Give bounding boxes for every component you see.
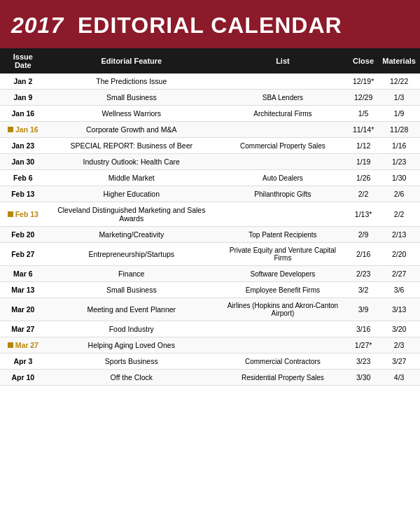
table-row: Jan 16Corporate Growth and M&A11/14*11/2… <box>0 122 420 138</box>
cell-feature: Higher Education <box>46 186 217 202</box>
cell-materials: 3/13 <box>378 298 420 321</box>
date-text: Apr 10 <box>11 373 34 382</box>
cell-list <box>217 74 349 90</box>
cell-materials: 3/6 <box>378 282 420 298</box>
cell-date: Apr 10 <box>0 370 46 386</box>
cell-feature: Sports Business <box>46 354 217 370</box>
cell-date: Mar 6 <box>0 266 46 282</box>
col-list: List <box>217 48 349 74</box>
cell-close: 3/9 <box>349 298 378 321</box>
cell-feature: Helping Aging Loved Ones <box>46 337 217 354</box>
date-text: Jan 16 <box>15 125 38 134</box>
cell-materials: 12/22 <box>378 74 420 90</box>
col-issue-date: Issue Date <box>0 48 46 74</box>
col-close: Close <box>349 48 378 74</box>
date-text: Jan 9 <box>13 93 32 102</box>
gold-indicator <box>8 211 13 217</box>
header-text: EDITORIAL CALENDAR <box>78 13 342 38</box>
cell-list: Residential Property Sales <box>217 370 349 386</box>
cell-materials: 2/3 <box>378 337 420 354</box>
cell-date: Jan 23 <box>0 138 46 154</box>
table-row: Jan 9Small BusinessSBA Lenders12/291/3 <box>0 90 420 106</box>
cell-materials: 2/2 <box>378 202 420 227</box>
cell-date: Jan 16 <box>0 122 46 138</box>
cell-close: 1/12 <box>349 138 378 154</box>
table-row: Feb 20Marketing/CreativityTop Patent Rec… <box>0 227 420 243</box>
date-text: Mar 27 <box>11 325 34 333</box>
cell-list: Commercial Property Sales <box>217 138 349 154</box>
cell-list: Auto Dealers <box>217 170 349 186</box>
cell-list: Architectural Firms <box>217 106 349 122</box>
cell-feature: Food Industry <box>46 321 217 337</box>
cell-close: 11/14* <box>349 122 378 138</box>
cell-feature: Off the Clock <box>46 370 217 386</box>
cell-date: Feb 27 <box>0 243 46 266</box>
cell-feature: The Predictions Issue <box>46 74 217 90</box>
cell-close: 1/19 <box>349 154 378 170</box>
cell-feature: Entrepreneurship/Startups <box>46 243 217 266</box>
date-text: Feb 13 <box>11 190 34 198</box>
cell-list: Private Equity and Venture Capital Firms <box>217 243 349 266</box>
cell-close: 3/2 <box>349 282 378 298</box>
cell-close: 12/29 <box>349 90 378 106</box>
table-row: Feb 6Middle MarketAuto Dealers1/261/30 <box>0 170 420 186</box>
cell-list: Employee Benefit Firms <box>217 282 349 298</box>
cell-materials: 4/3 <box>378 370 420 386</box>
cell-materials: 11/28 <box>378 122 420 138</box>
cell-close: 3/23 <box>349 354 378 370</box>
date-text: Apr 3 <box>13 357 32 365</box>
gold-indicator <box>8 342 13 348</box>
date-text: Jan 23 <box>11 141 34 150</box>
cell-close: 3/30 <box>349 370 378 386</box>
cell-materials: 1/23 <box>378 154 420 170</box>
cell-feature: Corporate Growth and M&A <box>46 122 217 138</box>
cell-close: 1/13* <box>349 202 378 227</box>
cell-list <box>217 337 349 354</box>
date-text: Feb 13 <box>15 210 38 218</box>
cell-list: Top Patent Recipients <box>217 227 349 243</box>
cell-date: Mar 13 <box>0 282 46 298</box>
cell-date: Feb 6 <box>0 170 46 186</box>
cell-list: Philanthropic Gifts <box>217 186 349 202</box>
cell-feature: Industry Outlook: Health Care <box>46 154 217 170</box>
cell-date: Mar 27 <box>0 337 46 354</box>
cell-list: Software Developers <box>217 266 349 282</box>
cell-feature: Wellness Warriors <box>46 106 217 122</box>
cell-materials: 2/13 <box>378 227 420 243</box>
header-year: 2017 <box>11 13 64 38</box>
table-row: Jan 23SPECIAL REPORT: Business of BeerCo… <box>0 138 420 154</box>
cell-feature: Small Business <box>46 282 217 298</box>
cell-date: Jan 2 <box>0 74 46 90</box>
cell-list <box>217 202 349 227</box>
col-materials: Materials <box>378 48 420 74</box>
cell-date: Jan 30 <box>0 154 46 170</box>
cell-close: 1/27* <box>349 337 378 354</box>
cell-materials: 2/20 <box>378 243 420 266</box>
cell-feature: Marketing/Creativity <box>46 227 217 243</box>
cell-list: Airlines (Hopkins and Akron-Canton Airpo… <box>217 298 349 321</box>
table-row: Feb 27Entrepreneurship/StartupsPrivate E… <box>0 243 420 266</box>
cell-feature: Middle Market <box>46 170 217 186</box>
cell-materials: 1/30 <box>378 170 420 186</box>
cell-date: Feb 20 <box>0 227 46 243</box>
header-title: 2017 EDITORIAL CALENDAR <box>11 13 409 38</box>
table-row: Mar 6FinanceSoftware Developers2/232/27 <box>0 266 420 282</box>
cell-close: 12/19* <box>349 74 378 90</box>
date-text: Mar 27 <box>15 341 38 349</box>
editorial-table: Issue Date Editorial Feature List Close … <box>0 48 420 386</box>
cell-materials: 3/27 <box>378 354 420 370</box>
cell-date: Mar 20 <box>0 298 46 321</box>
date-text: Mar 13 <box>11 286 34 294</box>
cell-materials: 2/27 <box>378 266 420 282</box>
cell-close: 3/16 <box>349 321 378 337</box>
cell-feature: SPECIAL REPORT: Business of Beer <box>46 138 217 154</box>
table-header-row: Issue Date Editorial Feature List Close … <box>0 48 420 74</box>
col-editorial-feature: Editorial Feature <box>46 48 217 74</box>
cell-list: SBA Lenders <box>217 90 349 106</box>
cell-close: 2/9 <box>349 227 378 243</box>
cell-list: Commercial Contractors <box>217 354 349 370</box>
cell-close: 2/16 <box>349 243 378 266</box>
table-row: Mar 27Helping Aging Loved Ones1/27*2/3 <box>0 337 420 354</box>
header: 2017 EDITORIAL CALENDAR <box>0 0 420 48</box>
date-text: Jan 2 <box>13 77 32 85</box>
